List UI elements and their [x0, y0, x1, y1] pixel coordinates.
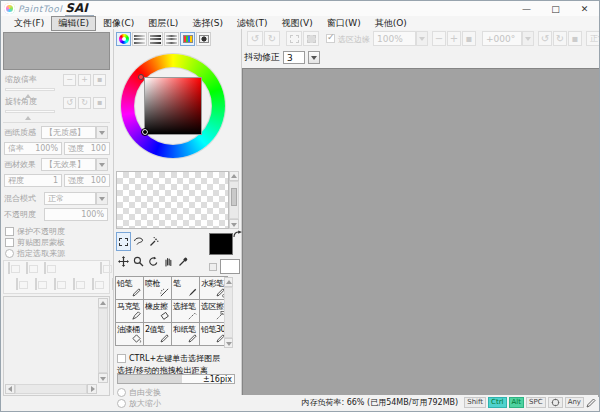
scratchpad-scroll-up-button[interactable]: [229, 171, 239, 181]
navigator-zoom-in-button[interactable]: +: [78, 74, 91, 86]
saturation-value-square[interactable]: [144, 77, 202, 135]
transfer-down-button[interactable]: [16, 278, 18, 290]
magic-wand-tool[interactable]: [146, 232, 161, 251]
rotation-angle-field[interactable]: +000°: [482, 31, 522, 46]
zoom-tool[interactable]: [131, 252, 146, 271]
stabilizer-dropdown-button[interactable]: [308, 51, 320, 64]
move-tool[interactable]: [116, 252, 131, 271]
free-transform-radio[interactable]: [117, 388, 126, 397]
rotate-cw-button[interactable]: ↻: [553, 31, 567, 46]
empty-tool-slot[interactable]: [176, 232, 191, 251]
layer-list-scroll-left-button[interactable]: [5, 384, 15, 394]
background-color-swatch[interactable]: [220, 259, 240, 274]
menu-item-selection[interactable]: 选择(S): [185, 16, 230, 31]
delete-layer-button[interactable]: [73, 278, 75, 290]
menu-item-view[interactable]: 视图(V): [275, 16, 320, 31]
undo-button[interactable]: ↺: [247, 31, 263, 46]
layer-list-hscrollbar[interactable]: [15, 384, 87, 394]
transparent-color-swatch[interactable]: [209, 263, 217, 271]
rgb-slider-tab[interactable]: [132, 32, 147, 46]
scratchpad-scroll-down-button[interactable]: [229, 219, 239, 229]
brush-scroll-down-button[interactable]: [224, 338, 233, 348]
selection-edge-checkbox[interactable]: [326, 34, 335, 43]
layer-list-scroll-up-button[interactable]: [98, 298, 108, 308]
gray-slider-tab[interactable]: [164, 32, 179, 46]
navigator-zoom-out-button[interactable]: −: [63, 74, 76, 86]
rotation-reset-button[interactable]: ▪: [568, 31, 582, 46]
foreground-color-swatch[interactable]: [209, 233, 233, 255]
menu-item-others[interactable]: 其他(O): [368, 16, 414, 31]
maximize-button[interactable]: □: [541, 2, 570, 16]
zoom-out-button[interactable]: −: [432, 31, 446, 46]
canvas-area[interactable]: [242, 68, 600, 397]
empty-tool-slot[interactable]: [161, 232, 176, 251]
clear-layer-button[interactable]: [54, 278, 56, 290]
color-wheel-tab[interactable]: [116, 32, 131, 46]
zoom-in-button[interactable]: +: [447, 31, 461, 46]
deselect-button[interactable]: [286, 31, 302, 46]
scratchpad-scroll-thumb[interactable]: [231, 188, 237, 206]
color-swatch-scratchpad[interactable]: [116, 171, 229, 229]
texture-scale-field[interactable]: 倍率 100%: [4, 142, 62, 155]
new-layer-set-button[interactable]: [44, 262, 46, 274]
clipping-mask-row[interactable]: 剪贴图层蒙板: [5, 237, 65, 248]
close-button[interactable]: ✕: [570, 2, 599, 16]
effect-strength-field[interactable]: 强度 100: [64, 174, 110, 187]
layer-list-scroll-right-button[interactable]: [87, 384, 97, 394]
zoom-inout-radio[interactable]: [117, 399, 126, 408]
navigator-preview[interactable]: [3, 32, 110, 70]
paper-texture-dropdown-button[interactable]: [96, 126, 108, 139]
clipping-mask-checkbox[interactable]: [5, 238, 14, 247]
free-transform-row[interactable]: 自由变换: [117, 387, 161, 398]
ctrl-select-checkbox[interactable]: [117, 354, 126, 363]
scratchpad-tab[interactable]: [196, 32, 211, 46]
brush-item[interactable]: 2值笔: [143, 322, 172, 346]
brush-vscrollbar[interactable]: [224, 287, 233, 338]
menu-item-layer[interactable]: 图层(L): [141, 16, 185, 31]
hsv-slider-tab[interactable]: [148, 32, 163, 46]
brush-item[interactable]: 和纸笔: [171, 322, 200, 346]
brush-item[interactable]: 橡皮擦: [143, 299, 172, 323]
layer-list[interactable]: [3, 296, 110, 396]
zoom-level-dropdown-button[interactable]: [416, 31, 428, 46]
menu-item-window[interactable]: 窗口(W): [320, 16, 368, 31]
rotate-canvas-tool[interactable]: [146, 252, 161, 271]
lasso-tool[interactable]: [131, 232, 146, 251]
brush-item[interactable]: 选择笔: [171, 299, 200, 323]
menu-item-file[interactable]: 文件(F): [7, 16, 51, 31]
invert-selection-button[interactable]: [303, 31, 319, 46]
brush-item[interactable]: 喷枪: [143, 276, 172, 300]
brush-scroll-up-button[interactable]: [224, 277, 233, 287]
ctrl-select-row[interactable]: CTRL+左键单击选择图层: [117, 353, 220, 364]
stabilizer-value-field[interactable]: 3: [283, 51, 305, 64]
blend-mode-select[interactable]: 正常: [44, 192, 96, 205]
preserve-opacity-row[interactable]: 保护不透明度: [5, 226, 65, 237]
minimize-button[interactable]: —: [512, 2, 541, 16]
zoom-reset-button[interactable]: ▪: [462, 31, 476, 46]
drag-distance-slider[interactable]: ±16pix: [117, 374, 235, 384]
selection-source-row[interactable]: 指定选取来源: [5, 248, 65, 259]
preserve-opacity-checkbox[interactable]: [5, 227, 14, 236]
brush-item[interactable]: 铅笔: [115, 276, 144, 300]
material-effect-dropdown-button[interactable]: [96, 158, 108, 171]
new-linework-layer-button[interactable]: [26, 262, 28, 274]
rect-select-tool[interactable]: [116, 232, 131, 251]
saturation-value-marker[interactable]: [142, 129, 148, 135]
hue-marker[interactable]: [138, 74, 144, 80]
navigator-zoom-reset-button[interactable]: ▪: [93, 74, 106, 86]
merge-down-button[interactable]: [35, 278, 37, 290]
opacity-field[interactable]: 100%: [44, 208, 108, 221]
effect-degree-field[interactable]: 程度 1: [4, 174, 62, 187]
texture-strength-field[interactable]: 强度 100: [64, 142, 110, 155]
eyedropper-tool[interactable]: [176, 252, 191, 271]
redo-button[interactable]: ↻: [264, 31, 280, 46]
hand-tool[interactable]: [161, 252, 176, 271]
navigator-rotation-reset-button[interactable]: ▪: [93, 97, 106, 109]
brush-item[interactable]: 笔: [171, 276, 200, 300]
brush-item[interactable]: 油漆桶: [115, 322, 144, 346]
rotate-ccw-button[interactable]: ↺: [538, 31, 552, 46]
material-effect-select[interactable]: 【无效果】: [41, 158, 96, 171]
zoom-level-field[interactable]: 100%: [373, 31, 416, 46]
new-layer-button[interactable]: [8, 262, 10, 274]
selection-source-radio[interactable]: [5, 249, 14, 258]
